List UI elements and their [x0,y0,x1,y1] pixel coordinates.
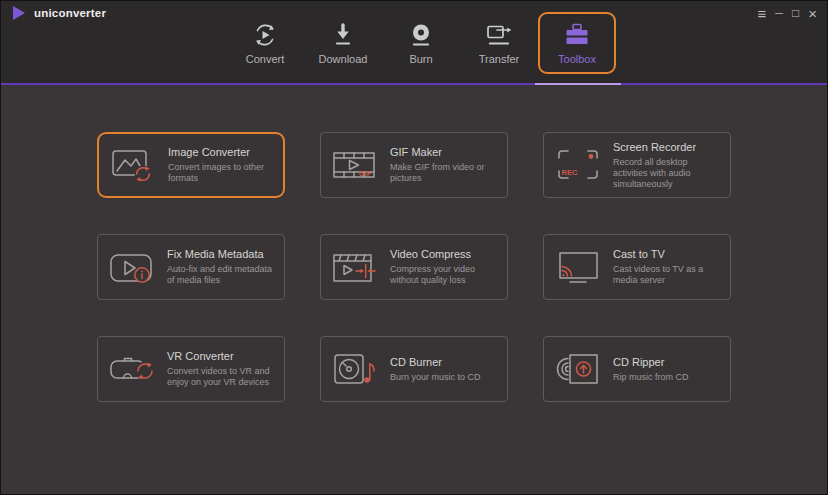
menu-icon[interactable]: ≡ [757,6,766,21]
card-title: GIF Maker [390,146,499,158]
download-icon [328,19,358,51]
tab-label: Convert [246,53,285,65]
gif-maker-icon: GIF [331,146,379,184]
transfer-icon [484,19,514,51]
card-subtitle: Cast videos to TV as a media server [613,264,722,286]
card-subtitle: Rip music from CD [613,372,689,383]
card-title: VR Converter [167,350,276,362]
card-cast-to-tv[interactable]: Cast to TV Cast videos to TV as a media … [543,234,731,300]
app-logo-icon [13,6,25,20]
card-screen-recorder[interactable]: REC Screen Recorder Record all desktop a… [543,132,731,198]
card-video-compress[interactable]: Video Compress Compress your video witho… [320,234,508,300]
tools-grid: Image Converter Convert images to other … [1,85,827,402]
card-title: CD Burner [390,356,481,368]
toolbox-panel: Image Converter Convert images to other … [1,85,827,494]
toolbox-icon [562,19,592,51]
cast-to-tv-icon [554,248,602,286]
tab-transfer[interactable]: Transfer [460,12,538,74]
card-subtitle: Make GIF from video or pictures [390,162,499,184]
maximize-button[interactable]: □ [792,7,799,19]
card-subtitle: Auto-fix and edit metadata of media file… [167,264,276,286]
card-fix-media-metadata[interactable]: Fix Media Metadata Auto-fix and edit met… [97,234,285,300]
fix-media-metadata-icon [108,248,156,286]
screen-recorder-icon: REC [554,146,602,184]
video-compress-icon [331,248,379,286]
card-title: Screen Recorder [613,141,722,153]
app-title: uniconverter [34,7,106,19]
tab-label: Download [319,53,368,65]
cd-burner-icon [331,350,379,388]
card-image-converter[interactable]: Image Converter Convert images to other … [97,132,285,198]
card-title: Image Converter [168,146,275,158]
convert-icon [250,19,280,51]
card-cd-ripper[interactable]: CD Ripper Rip music from CD [543,336,731,402]
card-subtitle: Convert videos to VR and enjoy on your V… [167,366,276,388]
card-title: Video Compress [390,248,499,260]
tab-label: Burn [409,53,432,65]
card-subtitle: Convert images to other formats [168,162,275,184]
minimize-button[interactable]: ─ [775,8,783,19]
card-title: Fix Media Metadata [167,248,276,260]
tab-toolbox[interactable]: Toolbox [538,12,616,74]
tab-label: Transfer [479,53,520,65]
card-title: Cast to TV [613,248,722,260]
vr-converter-icon [108,350,156,388]
tab-burn[interactable]: Burn [382,12,460,74]
gif-label: GIF [359,169,372,178]
cd-ripper-icon [554,350,602,388]
card-subtitle: Compress your video without quality loss [390,264,499,286]
card-gif-maker[interactable]: GIF GIF Maker Make GIF from video or pic… [320,132,508,198]
burn-icon [406,19,436,51]
app-window: uniconverter ≡ ─ □ × [0,0,828,495]
card-vr-converter[interactable]: VR Converter Convert videos to VR and en… [97,336,285,402]
window-controls: ≡ ─ □ × [757,6,817,21]
tab-download[interactable]: Download [304,12,382,74]
close-button[interactable]: × [808,6,817,21]
card-subtitle: Burn your music to CD [390,372,481,383]
tab-label: Toolbox [558,53,596,65]
card-cd-burner[interactable]: CD Burner Burn your music to CD [320,336,508,402]
tab-convert[interactable]: Convert [226,12,304,74]
main-nav: Convert Download [226,12,616,74]
image-converter-icon [109,146,157,184]
card-subtitle: Record all desktop activities with audio… [613,157,722,190]
card-title: CD Ripper [613,356,689,368]
header: uniconverter ≡ ─ □ × [1,1,827,85]
rec-label: REC [562,168,578,177]
